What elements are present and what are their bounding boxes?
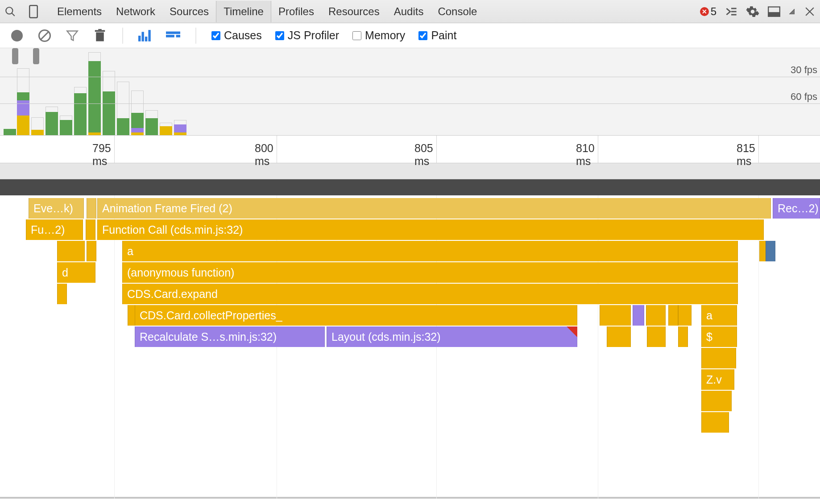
record-button[interactable]: [10, 29, 24, 43]
flame-event[interactable]: [647, 326, 666, 347]
flame-event[interactable]: Function Call (cds.min.js:32): [97, 219, 764, 240]
trash-icon[interactable]: [93, 29, 107, 43]
flame-event[interactable]: [57, 241, 85, 261]
checkbox-paint[interactable]: Paint: [418, 29, 456, 42]
flame-view-icon[interactable]: [166, 29, 180, 43]
time-ruler[interactable]: 795 ms800 ms805 ms810 ms815 ms: [0, 136, 820, 163]
ruler-tick-label: 805 ms: [414, 142, 437, 168]
flame-event[interactable]: (anonymous function): [122, 262, 738, 283]
checkbox-memory[interactable]: Memory: [352, 29, 405, 42]
overview-panel[interactable]: 30 fps60 fps: [0, 48, 820, 136]
dock-icon[interactable]: [767, 5, 781, 18]
ruler-tick-label: 795 ms: [92, 142, 115, 168]
flame-event[interactable]: [766, 241, 775, 261]
svg-line-12: [41, 32, 49, 40]
flame-event[interactable]: [701, 348, 736, 368]
flame-event[interactable]: $: [701, 326, 737, 347]
svg-rect-22: [166, 35, 174, 37]
cpu-strip: [0, 163, 820, 179]
panel-tabs: ElementsNetworkSourcesTimelineProfilesRe…: [50, 1, 484, 22]
svg-line-1: [12, 13, 15, 16]
separator-strip: [0, 179, 820, 195]
tab-network[interactable]: Network: [109, 1, 162, 22]
checkbox-js-profiler[interactable]: JS Profiler: [275, 29, 339, 42]
error-count-badge[interactable]: ✕5: [700, 5, 716, 18]
flame-event[interactable]: [86, 219, 95, 240]
flame-event[interactable]: Z.v: [701, 369, 734, 390]
svg-marker-13: [67, 31, 77, 40]
tab-profiles[interactable]: Profiles: [271, 1, 321, 22]
svg-rect-15: [95, 30, 105, 32]
svg-rect-18: [141, 32, 144, 41]
tab-elements[interactable]: Elements: [50, 1, 109, 22]
tab-console[interactable]: Console: [431, 1, 484, 22]
frames-view-icon[interactable]: [138, 29, 153, 43]
flame-event[interactable]: CDS.Card.collectProperties_: [135, 305, 577, 326]
flame-event[interactable]: CDS.Card.expand: [122, 284, 738, 304]
svg-rect-19: [145, 37, 147, 41]
tab-audits[interactable]: Audits: [387, 1, 431, 22]
svg-rect-2: [29, 5, 37, 18]
flame-event[interactable]: Rec…2): [773, 198, 820, 219]
flame-event[interactable]: [678, 305, 692, 326]
flame-event[interactable]: [701, 391, 732, 411]
drawer-toggle-icon[interactable]: [725, 5, 738, 18]
flame-event[interactable]: Recalculate S…s.min.js:32): [135, 326, 325, 347]
close-icon[interactable]: [803, 5, 816, 18]
svg-rect-23: [176, 35, 180, 37]
ruler-tick-label: 800 ms: [255, 142, 277, 168]
range-handle-end[interactable]: [33, 48, 39, 64]
tab-timeline[interactable]: Timeline: [216, 1, 271, 22]
svg-rect-20: [148, 30, 150, 41]
flame-chart[interactable]: Eve…k)Animation Frame Fired (2)Rec…2)Fu……: [0, 195, 820, 499]
flame-event[interactable]: [87, 198, 96, 219]
flame-event[interactable]: [57, 284, 67, 304]
flame-event[interactable]: [678, 326, 688, 347]
range-handle-start[interactable]: [12, 48, 18, 64]
fps-label: 60 fps: [791, 91, 817, 103]
filter-icon[interactable]: [65, 29, 79, 43]
flame-event[interactable]: [87, 241, 96, 261]
flame-event[interactable]: [607, 326, 631, 347]
ruler-tick-label: 810 ms: [576, 142, 598, 168]
settings-gear-icon[interactable]: [746, 5, 759, 18]
search-icon[interactable]: [4, 5, 17, 18]
flame-event[interactable]: [646, 305, 666, 326]
flame-event[interactable]: a: [701, 305, 737, 326]
svg-rect-17: [138, 36, 141, 41]
ruler-tick-label: 815 ms: [737, 142, 759, 168]
error-count: 5: [711, 5, 716, 18]
devtools-tabbar: ElementsNetworkSourcesTimelineProfilesRe…: [0, 0, 820, 23]
svg-rect-16: [98, 29, 102, 30]
svg-rect-14: [96, 32, 104, 41]
checkbox-causes[interactable]: Causes: [211, 29, 262, 42]
flame-event[interactable]: a: [122, 241, 738, 261]
timeline-toolbar: CausesJS ProfilerMemoryPaint: [0, 23, 820, 48]
flame-event[interactable]: [668, 305, 678, 326]
layout-warning-icon: [567, 326, 577, 337]
clear-icon[interactable]: [37, 29, 52, 43]
svg-rect-21: [166, 31, 180, 34]
flame-event[interactable]: Animation Frame Fired (2): [97, 198, 771, 219]
flame-event[interactable]: [600, 305, 631, 326]
svg-rect-7: [768, 12, 780, 16]
flame-event[interactable]: Layout (cds.min.js:32): [327, 326, 577, 347]
dock-corner-icon[interactable]: [789, 5, 795, 18]
flame-event[interactable]: [633, 305, 644, 326]
svg-point-0: [6, 7, 12, 14]
flame-event[interactable]: d: [57, 262, 95, 283]
fps-label: 30 fps: [791, 64, 817, 76]
tab-resources[interactable]: Resources: [321, 1, 387, 22]
flame-event[interactable]: [701, 412, 729, 433]
device-icon[interactable]: [27, 5, 40, 18]
tab-sources[interactable]: Sources: [162, 1, 216, 22]
flame-event[interactable]: Eve…k): [29, 198, 84, 219]
svg-marker-8: [789, 9, 795, 14]
flame-event[interactable]: Fu…2): [26, 219, 83, 240]
